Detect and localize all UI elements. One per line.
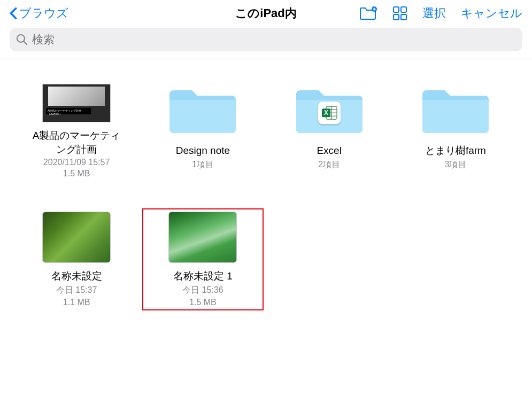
back-label: ブラウズ bbox=[19, 5, 68, 21]
file-size: 1.5 MB bbox=[189, 298, 217, 307]
excel-badge-icon: X bbox=[318, 102, 341, 124]
file-size: 1.1 MB bbox=[63, 298, 90, 307]
file-date: 今日 15:36 bbox=[182, 285, 223, 296]
folder-name: Excel bbox=[317, 144, 341, 158]
svg-rect-6 bbox=[401, 14, 406, 20]
file-item[interactable]: 名称未設定 今日 15:37 1.1 MB bbox=[16, 208, 137, 310]
new-folder-button[interactable] bbox=[359, 6, 377, 20]
folder-count: 3項目 bbox=[444, 159, 466, 170]
file-name: 名称未設定 bbox=[51, 269, 102, 283]
image-thumbnail bbox=[42, 212, 111, 263]
folder-name: Design note bbox=[176, 144, 230, 158]
folder-item[interactable]: Design note 1項目 bbox=[142, 81, 263, 182]
svg-rect-3 bbox=[394, 7, 399, 12]
back-button[interactable]: ブラウズ bbox=[10, 5, 68, 21]
folder-icon bbox=[418, 84, 493, 137]
svg-text:X: X bbox=[324, 109, 328, 116]
folder-item[interactable]: X Excel 2項目 bbox=[269, 81, 390, 182]
folder-icon bbox=[165, 84, 240, 137]
svg-rect-5 bbox=[394, 14, 399, 20]
svg-line-8 bbox=[24, 42, 27, 45]
file-item-selected[interactable]: 名称未設定 1 今日 15:36 1.5 MB bbox=[142, 208, 263, 310]
folder-item[interactable]: とまり樹farm 3項目 bbox=[395, 81, 516, 182]
svg-rect-4 bbox=[401, 7, 406, 12]
toolbar: 選択 キャンセル bbox=[359, 5, 522, 21]
file-name: A製品のマーケティング計画 bbox=[28, 129, 125, 156]
file-date: 2020/11/09 15:57 bbox=[43, 158, 110, 167]
file-item[interactable]: A製品のマーケティング計画（20XX年） A製品のマーケティング計画 2020/… bbox=[16, 81, 137, 182]
chevron-left-icon bbox=[10, 7, 17, 20]
file-name: 名称未設定 1 bbox=[173, 269, 233, 283]
search-bar[interactable] bbox=[10, 28, 522, 51]
page-title: このiPad内 bbox=[235, 5, 296, 21]
cancel-button[interactable]: キャンセル bbox=[461, 5, 522, 21]
file-thumbnail: A製品のマーケティング計画（20XX年） bbox=[42, 84, 111, 122]
header: ブラウズ このiPad内 選択 キャンセル bbox=[0, 0, 532, 28]
view-grid-button[interactable] bbox=[392, 6, 407, 21]
folder-count: 2項目 bbox=[318, 159, 340, 170]
image-thumbnail bbox=[168, 212, 237, 263]
select-button[interactable]: 選択 bbox=[422, 5, 446, 21]
file-date: 今日 15:37 bbox=[56, 285, 97, 296]
folder-count: 1項目 bbox=[192, 159, 214, 170]
search-icon bbox=[16, 34, 28, 45]
file-grid: A製品のマーケティング計画（20XX年） A製品のマーケティング計画 2020/… bbox=[0, 59, 532, 332]
file-size: 1.5 MB bbox=[63, 169, 90, 178]
search-input[interactable] bbox=[32, 33, 516, 46]
folder-icon: X bbox=[292, 84, 367, 137]
folder-name: とまり樹farm bbox=[425, 144, 486, 158]
